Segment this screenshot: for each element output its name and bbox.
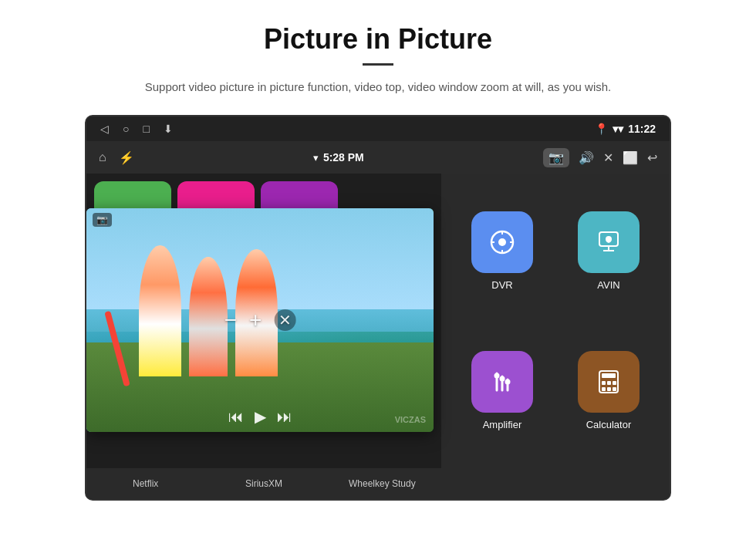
top-toolbar: ⌂ ⚡ ▾ 5:28 PM 📷 🔊 ✕ ⬜ ↩ (86, 141, 670, 174)
app-calculator[interactable]: Calculator (560, 326, 657, 456)
bottom-label-row: Netflix SiriusXM Wheelkey Study (86, 478, 441, 489)
nav-home-icon[interactable]: ○ (123, 123, 129, 135)
location-icon: 📍 (595, 123, 608, 135)
apps-grid: DVR AVIN (441, 174, 670, 468)
speaker-icon[interactable]: 🔊 (579, 150, 594, 165)
pip-window[interactable]: 📷 − + ✕ ⏮ ▶ ⏭ VICZAS (86, 208, 434, 432)
camera-button[interactable]: 📷 (543, 148, 569, 167)
svg-rect-19 (607, 381, 611, 385)
calculator-label: Calculator (586, 419, 632, 430)
app-dvr[interactable]: DVR (454, 186, 551, 316)
dvr-label: DVR (491, 279, 512, 291)
nav-recent-icon[interactable]: □ (143, 123, 149, 135)
pip-playback-controls: ⏮ ▶ ⏭ (228, 407, 292, 426)
calculator-icon-box (578, 351, 640, 413)
app-amplifier[interactable]: Amplifier (454, 326, 551, 456)
pip-camera-icon: 📷 (93, 213, 112, 227)
person-1 (139, 245, 181, 376)
dvr-icon-box (471, 211, 533, 273)
bottom-label-siriusxm: SiriusXM (204, 478, 322, 489)
pip-play-button[interactable]: ▶ (255, 407, 266, 426)
pip-area: 📷 − + ✕ ⏮ ▶ ⏭ VICZAS (86, 174, 441, 468)
usb-icon[interactable]: ⚡ (119, 150, 134, 165)
toolbar-left: ⌂ ⚡ (99, 150, 134, 165)
watermark: VICZAS (395, 415, 426, 424)
pip-plus-button[interactable]: + (249, 308, 262, 332)
close-x-icon[interactable]: ✕ (603, 150, 613, 165)
wifi-signal-icon: ▾▾ (613, 123, 623, 135)
svg-point-15 (505, 380, 511, 385)
avin-label: AVIN (597, 279, 619, 291)
status-bar-left: ◁ ○ □ ⬇ (100, 123, 173, 135)
amplifier-svg-icon (486, 366, 518, 398)
pip-minus-button[interactable]: − (224, 308, 237, 332)
svg-point-13 (494, 373, 500, 379)
back-arrow-icon[interactable]: ↩ (647, 150, 657, 165)
status-bar: ◁ ○ □ ⬇ 📍 ▾▾ 11:22 (86, 116, 670, 141)
svg-rect-23 (613, 387, 616, 391)
svg-rect-21 (602, 387, 606, 391)
amplifier-icon-box (471, 351, 533, 413)
device-frame: ◁ ○ □ ⬇ 📍 ▾▾ 11:22 ⌂ ⚡ ▾ 5:28 PM 📷 (85, 115, 671, 501)
svg-point-14 (500, 376, 505, 382)
pip-next-button[interactable]: ⏭ (277, 408, 292, 426)
title-divider (363, 63, 393, 66)
avin-icon-box (578, 211, 640, 273)
bottom-label-netflix: Netflix (86, 478, 204, 489)
page-title: Picture in Picture (264, 23, 492, 56)
toolbar-right: 📷 🔊 ✕ ⬜ ↩ (543, 148, 657, 167)
app-avin[interactable]: AVIN (560, 186, 657, 316)
nav-back-icon[interactable]: ◁ (100, 123, 109, 135)
page-wrapper: Picture in Picture Support video picture… (0, 0, 756, 516)
pip-resize-controls: − + ✕ (224, 308, 296, 332)
nav-download-icon: ⬇ (164, 123, 173, 135)
pip-controls-top: 📷 (93, 213, 112, 227)
status-bar-right: 📍 ▾▾ 11:22 (595, 123, 656, 135)
calculator-svg-icon (592, 366, 625, 398)
person-2 (189, 257, 228, 376)
svg-rect-20 (613, 381, 616, 385)
avin-svg-icon (592, 226, 625, 258)
bottom-labels: Netflix SiriusXM Wheelkey Study (86, 468, 670, 499)
dvr-svg-icon (486, 226, 518, 258)
pip-close-button[interactable]: ✕ (278, 311, 292, 329)
pip-prev-button[interactable]: ⏮ (228, 408, 244, 426)
window-icon[interactable]: ⬜ (623, 150, 638, 165)
toolbar-center: ▾ 5:28 PM (313, 151, 364, 164)
wifi-icon: ▾ (313, 152, 319, 164)
svg-rect-17 (602, 373, 616, 378)
amplifier-label: Amplifier (483, 419, 522, 430)
svg-rect-18 (602, 381, 606, 385)
toolbar-time: 5:28 PM (323, 151, 364, 164)
bottom-label-wheelkey: Wheelkey Study (323, 478, 441, 489)
main-area: 📷 − + ✕ ⏮ ▶ ⏭ VICZAS (86, 174, 670, 468)
svg-rect-22 (607, 387, 611, 391)
home-icon[interactable]: ⌂ (99, 150, 106, 164)
svg-point-1 (498, 238, 506, 246)
page-description: Support video picture in picture functio… (145, 78, 611, 96)
status-time: 11:22 (628, 123, 656, 135)
